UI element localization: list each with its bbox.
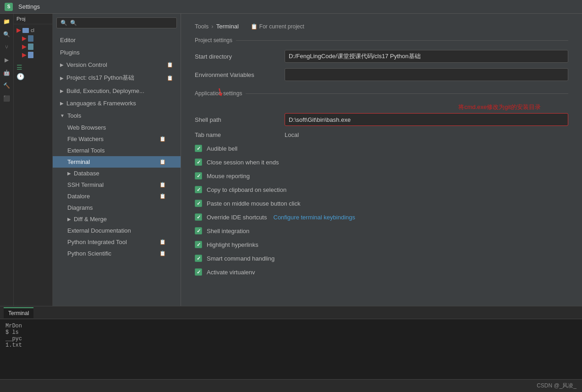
nav-vc-badge: 📋 bbox=[167, 62, 173, 68]
nav-web-browsers[interactable]: Web Browsers bbox=[53, 122, 181, 133]
checkbox-highlight-hyperlinks-box[interactable] bbox=[195, 241, 202, 248]
nav-arrow-lang: ▶ bbox=[60, 101, 64, 106]
terminal-line-2: $ ls bbox=[5, 329, 577, 336]
checkbox-override-ide: Override IDE shortcuts Configure termina… bbox=[195, 212, 568, 222]
tree-arrow-red2: ▶ bbox=[22, 44, 26, 50]
nav-file-watchers[interactable]: File Watchers 📋 bbox=[53, 133, 181, 145]
terminal-line-3: __pyc bbox=[5, 336, 577, 342]
icon-run[interactable]: ▶ bbox=[1, 54, 13, 66]
tree-item-icons: ☰ bbox=[14, 63, 52, 72]
shell-path-row: Shell path ➘ bbox=[195, 113, 568, 126]
nav-version-control[interactable]: ▶ Version Control 📋 bbox=[53, 59, 181, 71]
nav-languages[interactable]: ▶ Languages & Frameworks bbox=[53, 97, 181, 109]
nav-et-label: External Tools bbox=[67, 147, 104, 154]
tree-special-icon: ☰ bbox=[16, 64, 22, 71]
tree-item-file1[interactable]: ▶ bbox=[14, 34, 52, 43]
checkbox-copy-clipboard: Copy to clipboard on selection bbox=[195, 185, 568, 194]
project-panel-header: Proj bbox=[14, 14, 52, 24]
nav-datalore[interactable]: Datalore 📋 bbox=[53, 191, 181, 202]
icon-terminal-side[interactable]: ⬛ bbox=[1, 93, 13, 104]
nav-pysci-label: Python Scientific bbox=[67, 250, 111, 257]
nav-build[interactable]: ▶ Build, Execution, Deployme... bbox=[53, 85, 181, 97]
nav-python-integrated[interactable]: Python Integrated Tool 📋 bbox=[53, 236, 181, 248]
nav-python-scientific[interactable]: Python Scientific 📋 bbox=[53, 248, 181, 259]
tree-item-icons2: 🕐 bbox=[14, 72, 52, 81]
settings-title: Settings bbox=[18, 3, 40, 10]
tree-item-root[interactable]: ▶ cl bbox=[14, 26, 52, 34]
checkbox-smart-command-box[interactable] bbox=[195, 255, 202, 262]
tree-label: cl bbox=[31, 27, 34, 33]
tree-arrow: ▶ bbox=[16, 27, 21, 33]
breadcrumb-parent: Tools bbox=[195, 23, 209, 30]
nav-project[interactable]: ▶ Project: cls17 Python基础 📋 bbox=[53, 71, 181, 85]
search-box[interactable]: 🔍 bbox=[56, 17, 177, 28]
nav-database[interactable]: ▶ Database bbox=[53, 168, 181, 179]
file-icon-3 bbox=[28, 52, 33, 58]
settings-content: Tools › Terminal 📋 For current project P… bbox=[181, 14, 582, 306]
folder-icon bbox=[22, 28, 29, 33]
nav-vc-label: Version Control bbox=[66, 61, 107, 68]
icon-folder[interactable]: 📁 bbox=[1, 16, 13, 27]
nav-diagrams[interactable]: Diagrams bbox=[53, 202, 181, 213]
nav-ext-doc[interactable]: External Documentation bbox=[53, 225, 181, 236]
checkbox-audible-bell-box[interactable] bbox=[195, 145, 202, 152]
checkbox-mouse-reporting-box[interactable] bbox=[195, 172, 202, 180]
nav-arrow-tools: ▼ bbox=[60, 113, 65, 118]
checkbox-activate-virtualenv-label: Activate virtualenv bbox=[207, 269, 255, 276]
nav-terminal-label: Terminal bbox=[67, 158, 90, 165]
nav-arrow-diff: ▶ bbox=[67, 217, 71, 222]
shell-path-input[interactable] bbox=[285, 113, 568, 126]
breadcrumb: Tools › Terminal 📋 For current project bbox=[195, 23, 568, 30]
checkbox-paste-middle-box[interactable] bbox=[195, 200, 202, 207]
nav-plugins[interactable]: Plugins bbox=[53, 46, 181, 59]
breadcrumb-separator: › bbox=[211, 23, 213, 30]
nav-web-label: Web Browsers bbox=[67, 124, 106, 131]
nav-editor[interactable]: Editor bbox=[53, 34, 181, 46]
nav-pysci-badge: 📋 bbox=[159, 250, 166, 256]
checkbox-copy-clipboard-label: Copy to clipboard on selection bbox=[207, 186, 286, 193]
terminal-line-1: MrDon bbox=[5, 323, 577, 329]
icon-build[interactable]: 🔨 bbox=[1, 80, 13, 92]
tab-name-label: Tab name bbox=[195, 131, 277, 138]
checkbox-copy-clipboard-box[interactable] bbox=[195, 186, 202, 193]
tree-item-file2[interactable]: ▶ bbox=[14, 43, 52, 51]
nav-tools[interactable]: ▼ Tools bbox=[53, 109, 181, 122]
icon-git[interactable]: ⑂ bbox=[1, 41, 13, 53]
start-directory-input[interactable] bbox=[285, 50, 568, 63]
for-project-text: For current project bbox=[259, 23, 304, 30]
tree-item-file3[interactable]: ▶ bbox=[14, 51, 52, 59]
nav-terminal[interactable]: Terminal 📋 bbox=[53, 156, 181, 168]
tab-name-value: Local bbox=[285, 131, 299, 138]
checkbox-activate-virtualenv: Activate virtualenv bbox=[195, 267, 568, 277]
checkbox-shell-integration-label: Shell integration bbox=[207, 228, 249, 234]
checkbox-close-session-box[interactable] bbox=[195, 158, 202, 166]
section-project-settings: Project settings bbox=[195, 37, 568, 44]
nav-proj-label: Project: cls17 Python基础 bbox=[66, 74, 134, 82]
checkbox-activate-virtualenv-box[interactable] bbox=[195, 268, 202, 276]
breadcrumb-current: Terminal bbox=[216, 23, 239, 30]
status-bar: CSDN @_风凌_ bbox=[0, 379, 582, 392]
settings-nav: 🔍 Editor Plugins ▶ Version Control 📋 ▶ P bbox=[53, 14, 181, 306]
env-variables-input[interactable] bbox=[285, 68, 568, 81]
terminal-tab[interactable]: Terminal bbox=[4, 307, 33, 318]
tree-special-icon2: 🕐 bbox=[16, 73, 24, 80]
search-icon: 🔍 bbox=[60, 20, 67, 26]
icon-search-left[interactable]: 🔍 bbox=[1, 28, 13, 40]
file-icon-1 bbox=[28, 35, 33, 42]
icon-android[interactable]: 🤖 bbox=[1, 67, 13, 79]
checkbox-override-ide-box[interactable] bbox=[195, 213, 202, 221]
project-panel: Proj ▶ cl ▶ ▶ ▶ ☰ 🕐 bbox=[14, 14, 53, 306]
settings-search-input[interactable] bbox=[70, 20, 173, 26]
nav-diff-merge[interactable]: ▶ Diff & Merge bbox=[53, 213, 181, 225]
checkbox-mouse-reporting: Mouse reporting bbox=[195, 171, 568, 180]
checkbox-shell-integration-box[interactable] bbox=[195, 227, 202, 234]
nav-external-tools[interactable]: External Tools bbox=[53, 145, 181, 156]
tab-name-row: Tab name Local bbox=[195, 131, 568, 138]
nav-ssh-terminal[interactable]: SSH Terminal 📋 bbox=[53, 179, 181, 191]
nav-tools-label: Tools bbox=[67, 112, 81, 119]
configure-keybindings-link[interactable]: Configure terminal keybindings bbox=[274, 214, 355, 221]
checkboxes-container: Audible bell Close session when it ends … bbox=[195, 144, 568, 277]
main-layout: 📁 🔍 ⑂ ▶ 🤖 🔨 ⬛ Proj ▶ cl ▶ ▶ bbox=[0, 14, 582, 306]
checkbox-highlight-hyperlinks-label: Highlight hyperlinks bbox=[207, 241, 258, 248]
checkbox-smart-command-label: Smart command handling bbox=[207, 255, 275, 262]
